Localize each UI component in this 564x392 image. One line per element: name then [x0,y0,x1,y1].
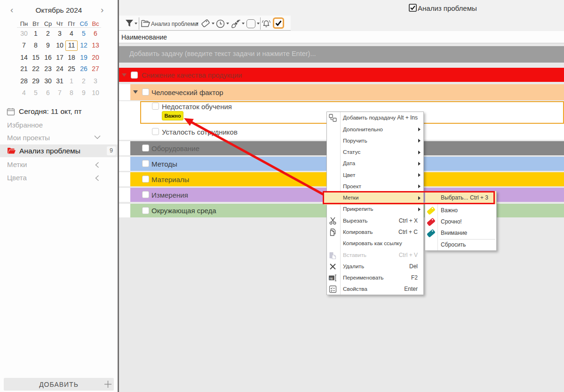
svg-text:re: re [330,276,334,280]
